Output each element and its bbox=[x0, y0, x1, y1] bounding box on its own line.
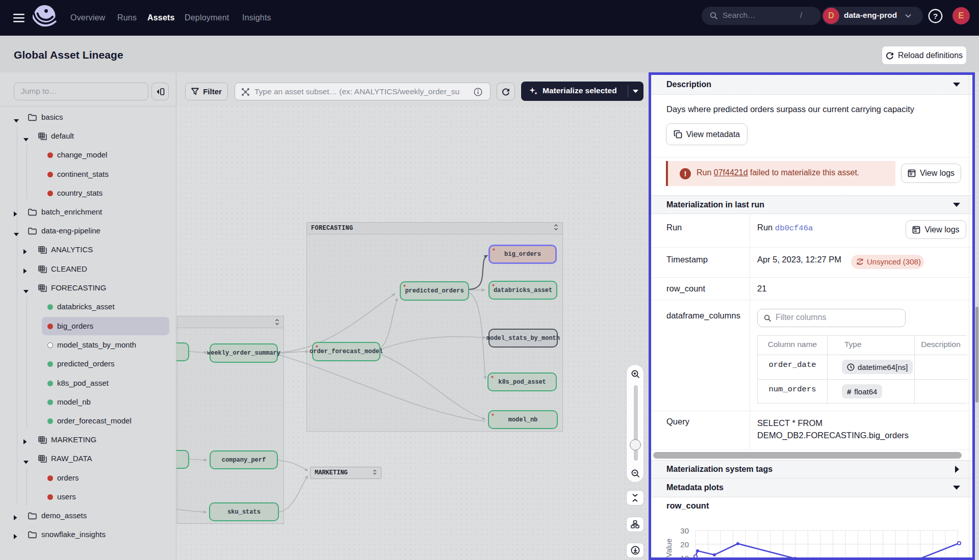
svg-text:?: ? bbox=[933, 12, 938, 20]
svg-text:30: 30 bbox=[680, 526, 689, 535]
svg-text:10: 10 bbox=[680, 554, 689, 560]
svg-text:20: 20 bbox=[680, 540, 689, 549]
svg-text:Value: Value bbox=[664, 539, 673, 557]
